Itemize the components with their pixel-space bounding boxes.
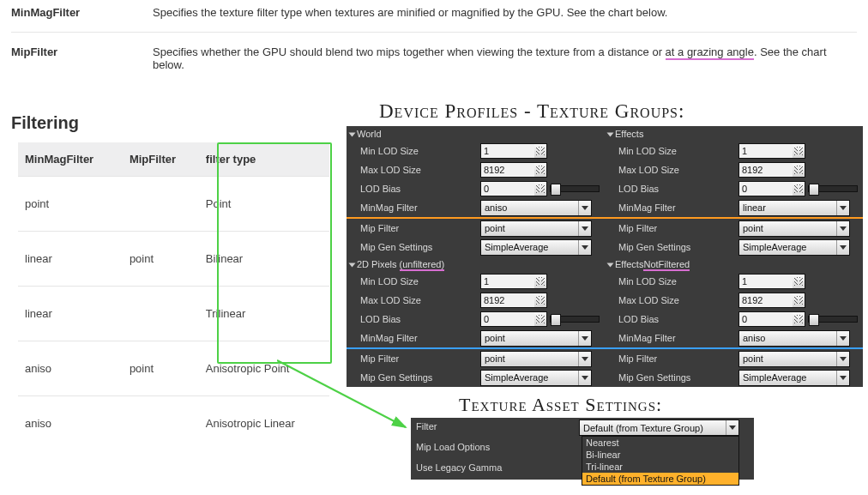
slider-thumb[interactable] xyxy=(809,184,819,196)
slider[interactable] xyxy=(808,185,858,192)
filter-table: MinMagFilter MipFilter filter type point… xyxy=(18,142,329,450)
dropdown[interactable]: point xyxy=(480,220,592,237)
filter-dropdown-options[interactable]: NearestBi-linearTri-linearDefault (from … xyxy=(582,436,739,486)
group-header[interactable]: 2D Pixels (unfiltered) xyxy=(347,257,605,272)
dropdown-option[interactable]: Default (from Texture Group) xyxy=(582,473,738,485)
slider-thumb[interactable] xyxy=(551,314,561,326)
spinner-handle-icon[interactable] xyxy=(534,293,546,307)
number-input[interactable] xyxy=(480,143,547,159)
number-field[interactable] xyxy=(739,163,793,177)
spinner-handle-icon[interactable] xyxy=(534,163,546,177)
setting-label: LOD Bias xyxy=(360,314,480,324)
dropdown-arrow-icon xyxy=(578,221,591,236)
dropdown-value: point xyxy=(481,353,578,364)
group-header[interactable]: Effects xyxy=(605,126,863,142)
setting-label: MinMag Filter xyxy=(360,202,480,213)
texture-group: EffectsMin LOD SizeMax LOD SizeLOD BiasM… xyxy=(605,126,863,257)
dropdown-value: Default (from Texture Group) xyxy=(580,423,726,433)
number-input[interactable] xyxy=(480,274,547,289)
filter-dropdown[interactable]: Default (from Texture Group) xyxy=(579,420,739,436)
disclosure-triangle-icon xyxy=(349,263,356,268)
dropdown-option[interactable]: Nearest xyxy=(582,437,738,449)
table-header: MipFilter xyxy=(123,142,199,177)
number-field[interactable] xyxy=(739,275,793,288)
device-profiles-panel: WorldMin LOD SizeMax LOD SizeLOD BiasMin… xyxy=(347,126,863,387)
table-row: linearTrilinear xyxy=(18,287,329,341)
number-input[interactable] xyxy=(480,162,547,178)
number-field[interactable] xyxy=(739,293,793,307)
spinner-handle-icon[interactable] xyxy=(534,312,546,326)
setting-label: Filter xyxy=(416,420,579,432)
dropdown[interactable]: point xyxy=(738,220,850,237)
number-field[interactable] xyxy=(739,144,793,158)
table-cell: Anisotropic Point xyxy=(199,341,329,396)
table-cell: point xyxy=(18,177,123,232)
texture-group: WorldMin LOD SizeMax LOD SizeLOD BiasMin… xyxy=(347,126,605,257)
spinner-handle-icon[interactable] xyxy=(793,144,805,158)
number-input[interactable] xyxy=(738,274,805,289)
dropdown[interactable]: SimpleAverage xyxy=(738,239,850,256)
number-input[interactable] xyxy=(480,311,547,327)
table-cell: Point xyxy=(199,177,329,232)
number-field[interactable] xyxy=(481,163,534,177)
number-field[interactable] xyxy=(481,182,534,196)
setting-label: Mip Gen Settings xyxy=(618,242,738,252)
number-input[interactable] xyxy=(738,162,805,178)
spinner-handle-icon[interactable] xyxy=(534,144,546,158)
dropdown[interactable]: aniso xyxy=(738,330,850,347)
slider[interactable] xyxy=(550,316,600,323)
slider-thumb[interactable] xyxy=(809,314,819,326)
spinner-handle-icon[interactable] xyxy=(534,182,546,196)
dropdown[interactable]: point xyxy=(738,351,850,367)
dropdown[interactable]: SimpleAverage xyxy=(738,370,850,386)
spinner-handle-icon[interactable] xyxy=(793,312,805,326)
text: Specifies whether the GPU should blend t… xyxy=(153,45,666,58)
definition-name: MinMagFilter xyxy=(11,6,153,19)
group-header[interactable]: EffectsNotFiltered xyxy=(605,257,863,272)
dropdown[interactable]: point xyxy=(480,351,592,367)
spinner-handle-icon[interactable] xyxy=(793,275,805,288)
dropdown[interactable]: aniso xyxy=(480,200,592,216)
number-input[interactable] xyxy=(480,181,547,196)
number-input[interactable] xyxy=(480,293,547,308)
table-cell xyxy=(123,287,199,341)
setting-label: Mip Gen Settings xyxy=(360,372,480,383)
setting-label: Max LOD Size xyxy=(618,295,738,305)
table-row: linearpointBilinear xyxy=(18,232,329,287)
table-cell: Bilinear xyxy=(199,232,329,287)
setting-label: Use Legacy Gamma xyxy=(416,461,579,473)
definition-name: MipFilter xyxy=(11,45,153,71)
dropdown-option[interactable]: Bi-linear xyxy=(582,449,738,461)
table-cell: Anisotropic Linear xyxy=(199,396,329,451)
spinner-handle-icon[interactable] xyxy=(793,293,805,307)
dropdown[interactable]: SimpleAverage xyxy=(480,370,592,386)
number-field[interactable] xyxy=(481,144,534,158)
dropdown-option[interactable]: Tri-linear xyxy=(582,461,738,473)
setting-label: Min LOD Size xyxy=(618,146,738,156)
setting-label: Mip Filter xyxy=(360,223,480,233)
number-field[interactable] xyxy=(481,275,534,288)
number-input[interactable] xyxy=(738,143,805,159)
number-field[interactable] xyxy=(481,312,534,326)
dropdown-value: SimpleAverage xyxy=(739,372,836,383)
spinner-handle-icon[interactable] xyxy=(793,163,805,177)
dropdown-value: SimpleAverage xyxy=(481,372,578,383)
group-header[interactable]: World xyxy=(347,126,605,142)
dropdown[interactable]: SimpleAverage xyxy=(480,239,592,256)
number-input[interactable] xyxy=(738,293,805,308)
number-field[interactable] xyxy=(739,312,793,326)
number-input[interactable] xyxy=(738,311,805,327)
spinner-handle-icon[interactable] xyxy=(793,182,805,196)
slider[interactable] xyxy=(808,316,858,323)
dropdown[interactable]: point xyxy=(480,330,592,347)
slider[interactable] xyxy=(550,185,600,192)
number-field[interactable] xyxy=(481,293,534,307)
spinner-handle-icon[interactable] xyxy=(534,275,546,288)
slider-thumb[interactable] xyxy=(551,184,561,196)
dropdown[interactable]: linear xyxy=(738,200,850,216)
number-field[interactable] xyxy=(739,182,793,196)
table-cell: point xyxy=(123,232,199,287)
disclosure-triangle-icon xyxy=(349,133,356,137)
dropdown-arrow-icon xyxy=(578,240,591,255)
number-input[interactable] xyxy=(738,181,805,196)
